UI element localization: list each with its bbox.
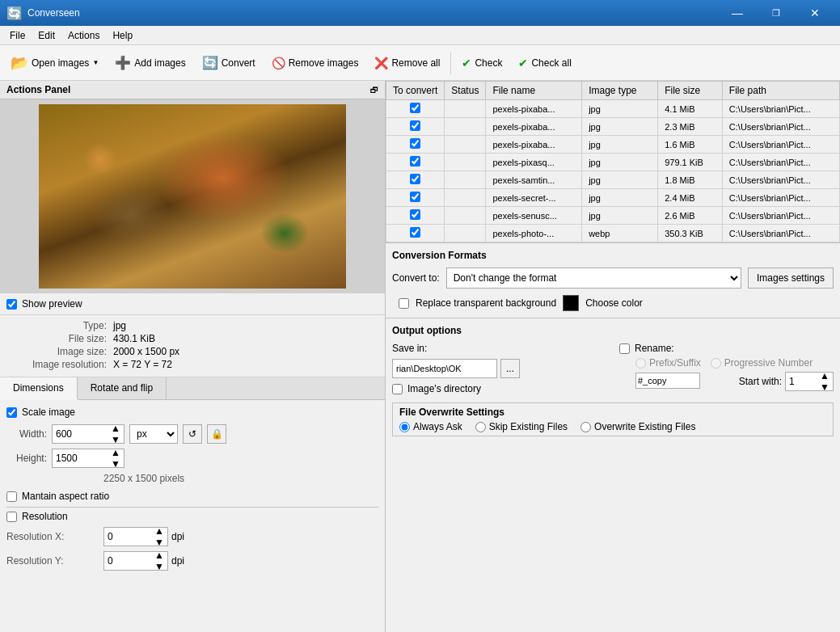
show-preview-label[interactable]: Show preview — [22, 298, 82, 310]
browse-button[interactable]: ... — [500, 359, 520, 378]
resolution-checkbox[interactable] — [6, 512, 17, 522]
check-all-button[interactable]: ✔ Check all — [511, 48, 578, 78]
open-images-button[interactable]: 📂 Open images ▼ — [3, 48, 106, 78]
row-checkbox-cell[interactable] — [386, 207, 445, 225]
tab-rotate-flip[interactable]: Rotate and flip — [78, 377, 167, 399]
table-row[interactable]: pexels-pixaba... jpg 2.3 MiB C:\Users\br… — [386, 118, 840, 136]
table-row[interactable]: pexels-pixaba... jpg 1.6 MiB C:\Users\br… — [386, 136, 840, 154]
rename-label[interactable]: Rename: — [635, 343, 674, 354]
color-box[interactable] — [563, 295, 579, 311]
resolution-x-arrows[interactable]: ▲▼ — [154, 525, 164, 548]
table-row[interactable]: pexels-photo-... webp 350.3 KiB C:\Users… — [386, 225, 840, 242]
row-checkbox-cell[interactable] — [386, 100, 445, 118]
row-checkbox[interactable] — [410, 103, 420, 113]
choose-color-button[interactable]: Choose color — [585, 297, 643, 309]
prefix-suffix-radio[interactable] — [635, 358, 646, 369]
row-size: 1.8 MiB — [658, 171, 723, 189]
table-row[interactable]: pexels-secret-... jpg 2.4 MiB C:\Users\b… — [386, 189, 840, 207]
menu-file[interactable]: File — [3, 26, 32, 44]
row-checkbox[interactable] — [410, 209, 420, 220]
height-arrows[interactable]: ▲▼ — [111, 447, 120, 470]
resolution-y-spinbox[interactable]: ▲▼ — [103, 551, 168, 571]
resolution-x-spinbox[interactable]: ▲▼ — [103, 527, 168, 546]
overwrite-existing-radio[interactable] — [580, 422, 591, 432]
tab-dimensions[interactable]: Dimensions — [0, 377, 78, 400]
skip-existing-radio[interactable] — [475, 422, 486, 432]
row-checkbox[interactable] — [410, 192, 420, 202]
row-checkbox-cell[interactable] — [386, 171, 445, 189]
start-with-label: Start with: — [739, 376, 782, 387]
row-checkbox-cell[interactable] — [386, 225, 445, 242]
always-ask-label[interactable]: Always Ask — [413, 421, 462, 432]
height-input[interactable] — [56, 453, 104, 464]
maintain-aspect-checkbox[interactable] — [6, 491, 17, 502]
rename-checkbox[interactable] — [619, 343, 630, 354]
show-preview-checkbox[interactable] — [6, 299, 17, 310]
start-with-input[interactable] — [789, 376, 813, 387]
images-directory-label[interactable]: Image's directory — [407, 383, 481, 394]
col-size: File size — [658, 82, 723, 100]
lock-button[interactable]: 🔒 — [207, 424, 226, 444]
restore-icon[interactable]: 🗗 — [370, 86, 378, 95]
start-with-spinbox[interactable]: ▲▼ — [785, 372, 834, 391]
output-left: Save in: ... Image's directory — [392, 343, 606, 399]
row-checkbox-cell[interactable] — [386, 136, 445, 154]
prefix-input[interactable] — [635, 373, 700, 389]
close-button[interactable]: ✕ — [796, 0, 834, 26]
remove-images-button[interactable]: 🚫 Remove images — [264, 48, 366, 78]
row-path: C:\Users\brian\Pict... — [722, 136, 839, 154]
width-spinbox[interactable]: ▲▼ — [52, 424, 125, 444]
row-path: C:\Users\brian\Pict... — [722, 225, 839, 242]
resolution-x-input[interactable] — [108, 531, 140, 542]
row-filename: pexels-pixaba... — [486, 100, 582, 118]
check-button[interactable]: ✔ Check — [454, 48, 509, 78]
start-with-arrows[interactable]: ▲▼ — [820, 370, 829, 393]
always-ask-radio[interactable] — [399, 422, 410, 432]
progressive-radio[interactable] — [711, 358, 721, 369]
row-type: jpg — [582, 100, 658, 118]
resolution-y-arrows[interactable]: ▲▼ — [154, 550, 164, 572]
resolution-label[interactable]: Resolution — [22, 511, 68, 522]
width-arrows[interactable]: ▲▼ — [111, 423, 120, 445]
menu-actions[interactable]: Actions — [61, 26, 106, 44]
save-in-input[interactable] — [392, 359, 497, 378]
prefix-suffix-option: Prefix/Suffix — [635, 357, 701, 369]
replace-transparent-checkbox[interactable] — [399, 298, 409, 309]
skip-existing-label[interactable]: Skip Existing Files — [489, 421, 568, 432]
resolution-y-input[interactable] — [108, 555, 140, 567]
table-row[interactable]: pexels-senusc... jpg 2.6 MiB C:\Users\br… — [386, 207, 840, 225]
row-checkbox-cell[interactable] — [386, 118, 445, 136]
remove-all-button[interactable]: ❌ Remove all — [367, 48, 447, 78]
images-directory-checkbox[interactable] — [392, 384, 403, 394]
restore-button[interactable]: ❐ — [758, 0, 795, 26]
table-row[interactable]: pexels-samtin... jpg 1.8 MiB C:\Users\br… — [386, 171, 840, 189]
minimize-button[interactable]: — — [719, 0, 756, 26]
unit-select[interactable]: px % cm mm in — [129, 424, 178, 444]
scale-image-checkbox[interactable] — [6, 407, 17, 418]
menu-help[interactable]: Help — [106, 26, 139, 44]
row-checkbox[interactable] — [410, 138, 420, 149]
height-spinbox[interactable]: ▲▼ — [52, 449, 125, 468]
format-select[interactable]: Don't change the format — [446, 268, 741, 289]
row-path: C:\Users\brian\Pict... — [722, 171, 839, 189]
row-checkbox-cell[interactable] — [386, 154, 445, 171]
table-row[interactable]: pexels-pixaba... jpg 4.1 MiB C:\Users\br… — [386, 100, 840, 118]
add-images-button[interactable]: ➕ Add images — [108, 48, 192, 78]
row-checkbox[interactable] — [410, 120, 420, 131]
replace-transparent-label[interactable]: Replace transparent background — [416, 297, 556, 309]
scale-image-label[interactable]: Scale image — [22, 407, 75, 418]
width-input[interactable] — [56, 428, 104, 440]
row-checkbox[interactable] — [410, 174, 420, 184]
overwrite-existing-label[interactable]: Overwrite Existing Files — [594, 421, 695, 432]
menu-edit[interactable]: Edit — [32, 26, 61, 44]
row-checkbox[interactable] — [410, 156, 420, 166]
refresh-button[interactable]: ↺ — [183, 424, 202, 444]
row-checkbox[interactable] — [410, 227, 420, 238]
table-row[interactable]: pexels-pixasq... jpg 979.1 KiB C:\Users\… — [386, 154, 840, 171]
convert-button[interactable]: 🔄 Convert — [195, 48, 263, 78]
images-settings-button[interactable]: Images settings — [748, 268, 834, 289]
resolution-section: Resolution — [6, 511, 378, 522]
row-checkbox-cell[interactable] — [386, 189, 445, 207]
maintain-aspect-label[interactable]: Mantain aspect ratio — [22, 491, 109, 502]
overwrite-existing-option: Overwrite Existing Files — [580, 421, 695, 432]
